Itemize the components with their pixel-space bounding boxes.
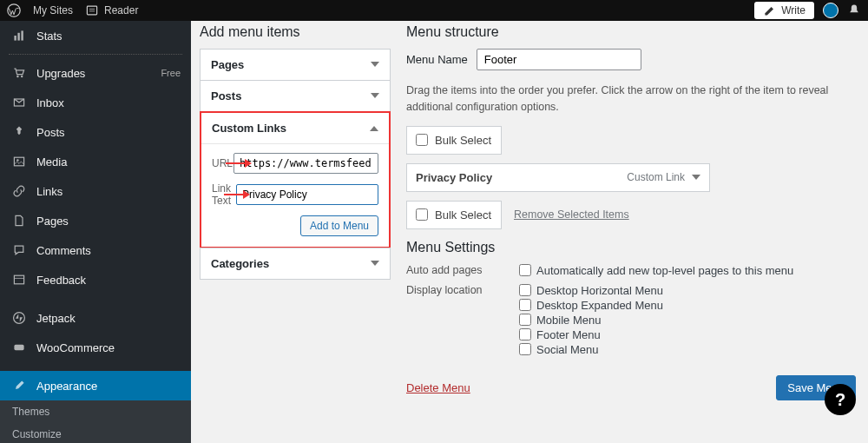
sidebar-item-posts[interactable]: Posts — [0, 117, 191, 147]
link-icon — [10, 182, 28, 200]
svg-rect-5 — [17, 33, 19, 41]
submenu-customize[interactable]: Customize — [0, 423, 191, 443]
menu-settings-heading: Menu Settings — [406, 240, 856, 255]
feedback-icon — [10, 271, 28, 288]
sidebar-item-feedback[interactable]: Feedback — [0, 265, 191, 294]
sidebar-item-stats[interactable]: Stats — [0, 21, 191, 50]
submenu-themes[interactable]: Themes — [0, 400, 191, 423]
bulk-select-bottom[interactable]: Bulk Select — [406, 201, 502, 229]
panel-pages[interactable]: Pages — [200, 49, 391, 81]
loc-footer-checkbox[interactable] — [519, 328, 531, 341]
svg-rect-1 — [87, 6, 96, 15]
chevron-down-icon — [371, 93, 379, 102]
notifications-icon[interactable] — [847, 3, 861, 19]
menu-name-input[interactable] — [477, 49, 641, 70]
brush-icon — [10, 377, 28, 394]
loc-desktop-horizontal-checkbox[interactable] — [519, 284, 531, 296]
wp-logo-icon[interactable] — [7, 3, 21, 17]
cart-icon — [10, 64, 28, 82]
svg-rect-10 — [14, 157, 23, 166]
panel-custom-links-toggle[interactable]: Custom Links — [201, 113, 389, 143]
media-icon — [10, 153, 28, 170]
bulk-select-top[interactable]: Bulk Select — [406, 126, 502, 155]
sidebar-item-woocommerce[interactable]: WooCommerce — [0, 333, 191, 362]
loc-mobile-checkbox[interactable] — [519, 314, 531, 326]
annotation-arrow-icon — [233, 160, 233, 167]
upgrades-badge: Free — [161, 68, 181, 78]
woo-icon — [10, 339, 28, 356]
svg-rect-12 — [14, 275, 23, 284]
remove-selected-link[interactable]: Remove Selected Items — [514, 208, 629, 221]
loc-social-checkbox[interactable] — [519, 343, 531, 355]
menu-name-label: Menu Name — [406, 53, 468, 66]
sidebar-item-inbox[interactable]: Inbox — [0, 88, 191, 117]
svg-point-14 — [14, 313, 25, 324]
sidebar-item-appearance[interactable]: Appearance — [0, 371, 191, 400]
help-button[interactable]: ? — [825, 384, 856, 415]
menu-item-privacy-policy[interactable]: Privacy Policy Custom Link — [406, 163, 710, 192]
bulk-select-checkbox[interactable] — [416, 208, 428, 221]
chevron-down-icon — [692, 175, 700, 184]
svg-rect-4 — [14, 36, 16, 41]
mail-icon — [10, 94, 28, 111]
sidebar-item-upgrades[interactable]: UpgradesFree — [0, 58, 191, 88]
display-location-label: Display location — [406, 284, 519, 296]
user-avatar-icon[interactable] — [823, 3, 838, 18]
svg-point-8 — [21, 76, 23, 77]
chevron-up-icon — [370, 122, 378, 131]
chevron-down-icon — [371, 261, 379, 270]
delete-menu-link[interactable]: Delete Menu — [406, 381, 470, 394]
svg-point-11 — [16, 159, 18, 161]
sidebar-item-pages[interactable]: Pages — [0, 206, 191, 235]
svg-point-7 — [16, 76, 18, 77]
sidebar-item-links[interactable]: Links — [0, 176, 191, 206]
panel-categories[interactable]: Categories — [200, 248, 391, 280]
write-button[interactable]: Write — [754, 2, 814, 19]
linktext-input[interactable] — [236, 184, 378, 205]
panel-custom-links: Custom Links URL Link Text Add to Menu — [200, 111, 391, 248]
loc-desktop-expanded-checkbox[interactable] — [519, 299, 531, 311]
auto-add-label: Auto add pages — [406, 264, 519, 276]
bulk-select-checkbox[interactable] — [416, 134, 428, 146]
svg-rect-6 — [21, 30, 23, 40]
svg-rect-15 — [14, 345, 23, 350]
reader-icon — [85, 3, 99, 17]
chevron-down-icon — [371, 62, 379, 71]
drag-description: Drag the items into the order you prefer… — [406, 83, 856, 116]
structure-heading: Menu structure — [406, 24, 856, 40]
stats-icon — [10, 27, 28, 44]
question-icon: ? — [835, 390, 845, 410]
sidebar-item-jetpack[interactable]: Jetpack — [0, 303, 191, 333]
jetpack-icon — [10, 309, 28, 327]
reader-link[interactable]: Reader — [85, 3, 138, 17]
my-sites-link[interactable]: My Sites — [33, 4, 73, 17]
pencil-icon — [763, 3, 777, 17]
admin-bar: My Sites Reader Write — [0, 0, 868, 21]
add-menu-heading: Add menu items — [200, 24, 391, 40]
comment-icon — [10, 241, 28, 259]
sidebar-item-media[interactable]: Media — [0, 147, 191, 176]
sidebar-item-comments[interactable]: Comments — [0, 235, 191, 265]
menu-item-label: Privacy Policy — [416, 171, 492, 184]
appearance-submenu: Themes Customize Widgets Menus Backgroun… — [0, 400, 191, 443]
annotation-arrow-icon — [231, 191, 236, 198]
main-content: Add menu items Pages Posts Custom Links … — [191, 21, 868, 443]
pin-icon — [10, 123, 28, 141]
page-icon — [10, 212, 28, 229]
add-to-menu-button[interactable]: Add to Menu — [300, 215, 378, 236]
auto-add-checkbox[interactable] — [519, 264, 531, 276]
panel-posts[interactable]: Posts — [200, 80, 391, 112]
admin-sidebar: Stats UpgradesFree Inbox Posts Media Lin… — [0, 21, 191, 443]
